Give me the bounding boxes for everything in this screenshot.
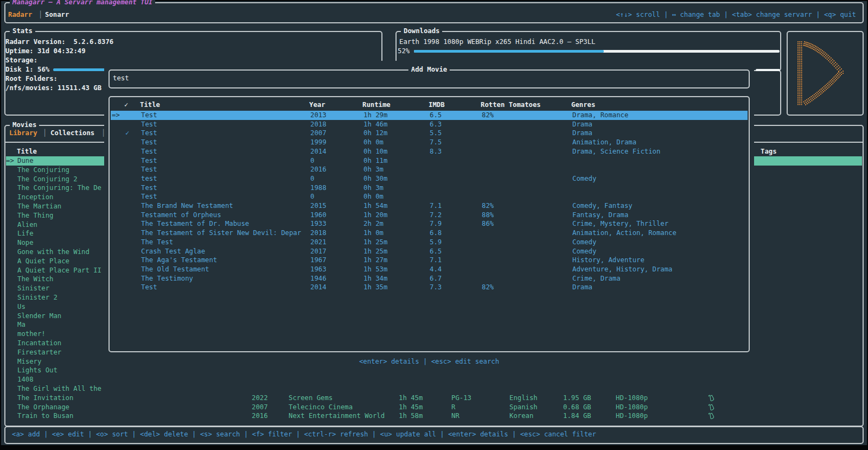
movie-certification: PG-13 xyxy=(451,394,471,403)
result-genres: Comedy, Fantasy xyxy=(572,201,633,211)
result-imdb: 5.9 xyxy=(430,238,442,247)
result-genres: Comedy xyxy=(572,238,596,247)
add-movie-result-row[interactable]: Testament of Orpheus19601h 20m7.288%Fant… xyxy=(111,211,748,220)
add-movie-result-row[interactable]: The Testament of Sister New Devil: Depar… xyxy=(111,229,748,238)
result-genres: Drama xyxy=(572,120,592,129)
result-year: 2014 xyxy=(310,283,327,292)
col-title: Title xyxy=(140,100,160,110)
tag-icon xyxy=(707,394,715,402)
keybindings: <a> add | <e> edit | <o> sort | <del> de… xyxy=(12,430,596,439)
result-title: test xyxy=(141,174,157,183)
result-runtime: 0h 12m xyxy=(363,129,387,138)
download-gauge-track-2 xyxy=(756,69,780,71)
add-movie-result-row[interactable]: Test00h 11m xyxy=(111,156,748,166)
result-year: 2021 xyxy=(310,238,327,247)
movie-title: Misery xyxy=(17,357,41,366)
movie-language: Korean xyxy=(509,411,533,421)
download-item: Earth 1998 1080p WEBRip x265 Hindi AAC2.… xyxy=(399,37,595,47)
movie-title: The Martian xyxy=(17,202,61,211)
selection-marker: => xyxy=(6,156,14,166)
tab-sonarr[interactable]: Sonarr xyxy=(45,10,69,20)
top-bar: Managarr – A Servarr management TUI Rada… xyxy=(4,2,864,23)
result-title: Testament of Orpheus xyxy=(141,211,221,220)
add-movie-result-row[interactable]: The Aga's Testament19671h 27m7.1History,… xyxy=(111,256,748,265)
movie-row[interactable]: Train to Busan2016Next Entertainment Wor… xyxy=(6,411,862,421)
movie-title: Firestarter xyxy=(17,348,61,357)
movie-title: Lights Out xyxy=(17,366,58,375)
result-genres: Drama xyxy=(572,129,592,138)
movie-title: Nope xyxy=(17,238,34,248)
result-genres: Crime, Mystery, Thriller xyxy=(572,219,668,229)
result-year: 0 xyxy=(310,174,314,183)
col-year: Year xyxy=(309,100,326,110)
result-title: Test xyxy=(141,138,157,147)
movie-size: 1.84 GB xyxy=(563,411,591,421)
result-imdb: 7.5 xyxy=(430,138,442,147)
add-movie-result-row[interactable]: The Old Testament19631h 53m4.4Adventure,… xyxy=(111,265,748,274)
movie-title: A Quiet Place xyxy=(17,257,69,266)
movie-title: The Girl with All the xyxy=(17,384,101,394)
result-runtime: 1h 0m xyxy=(363,229,384,238)
movie-row[interactable]: The Invitation2022Screen Gems1h 45mPG-13… xyxy=(6,394,862,403)
add-movie-result-row[interactable]: The Testament of Dr. Mabuse19332h 2m7.98… xyxy=(111,219,748,229)
result-runtime: 1h 34m xyxy=(363,274,387,283)
movie-year: 2016 xyxy=(252,411,268,421)
download-gauge-fill xyxy=(414,50,604,53)
tab-library[interactable]: Library xyxy=(9,129,37,138)
disk-usage-gauge xyxy=(53,68,111,71)
movie-title: The Conjuring: The De xyxy=(17,183,101,193)
result-imdb: 7.2 xyxy=(430,211,442,220)
tab-radarr[interactable]: Radarr xyxy=(8,10,32,20)
movie-certification: R xyxy=(451,403,455,412)
result-runtime: 1h 54m xyxy=(363,201,387,211)
add-movie-search-box[interactable]: Add Movie test xyxy=(108,69,750,88)
add-movie-result-row[interactable]: =>Test20131h 29m6.582%Drama, Romance xyxy=(111,111,748,120)
add-movie-result-row[interactable]: The Testimony19461h 34m6.7Crime, Drama xyxy=(111,274,748,283)
add-movie-search-input[interactable]: test xyxy=(113,74,129,83)
movie-title: Ma xyxy=(17,320,25,329)
result-year: 2018 xyxy=(310,120,327,129)
add-movie-result-row[interactable]: Test19990h 0m7.5Animation, Drama xyxy=(111,138,748,147)
managarr-logo-icon xyxy=(797,40,846,107)
movies-col-tags: Tags xyxy=(761,147,777,156)
add-movie-result-row[interactable]: Test20140h 10m8.3Drama, Science Fiction xyxy=(111,147,748,156)
add-movie-help: <enter> details | <esc> edit search xyxy=(104,357,754,366)
add-movie-result-row[interactable]: The Brand New Testament20151h 54m7.182%C… xyxy=(111,201,748,211)
movie-title: mother! xyxy=(17,329,46,339)
add-movie-result-row[interactable]: ✓Test20070h 12m5.5Drama xyxy=(111,129,748,138)
add-movie-result-row[interactable]: Test20181h 46m6.3Drama xyxy=(111,120,748,129)
result-year: 1967 xyxy=(310,256,327,265)
add-movie-result-row[interactable]: The Test20211h 25m5.9Comedy xyxy=(111,238,748,247)
result-genres: Drama xyxy=(572,283,592,292)
add-movie-result-row[interactable]: Test00h 0m xyxy=(111,192,748,201)
result-year: 2015 xyxy=(310,201,327,211)
add-movie-result-row[interactable]: Test19880h 3m xyxy=(111,183,748,193)
result-runtime: 1h 20m xyxy=(363,211,387,220)
result-runtime: 1h 35m xyxy=(363,283,387,292)
result-runtime: 0h 3m xyxy=(363,165,384,174)
result-title: The Old Testament xyxy=(141,265,209,274)
result-genres: Fantasy, Drama xyxy=(572,211,628,220)
movie-title: The Orphanage xyxy=(17,403,69,412)
logo-panel xyxy=(787,31,864,116)
tag-icon xyxy=(707,412,715,420)
result-title: The Testimony xyxy=(141,274,193,283)
add-movie-result-row[interactable]: test00h 30mComedy xyxy=(111,174,748,183)
checked-icon: ✓ xyxy=(125,129,129,138)
download-percent: 52% xyxy=(398,47,410,56)
movie-title: Incantation xyxy=(17,339,61,348)
movie-title: The Conjuring xyxy=(17,166,69,175)
tab-collections[interactable]: Collections xyxy=(50,129,94,138)
movie-title: The Witch xyxy=(17,275,53,284)
global-help: <↑↓> scroll | ↔ change tab | <tab> chang… xyxy=(616,10,856,20)
movie-row[interactable]: The Orphanage2007Telecinco Cinema1h 45mR… xyxy=(6,403,862,412)
result-genres: Drama, Romance xyxy=(572,111,628,120)
add-movie-result-row[interactable]: Test20141h 35m7.382%Drama xyxy=(111,283,748,292)
result-runtime: 1h 46m xyxy=(363,120,387,129)
movie-title: Sinister xyxy=(17,284,49,293)
add-movie-result-row[interactable]: Test20160h 3m xyxy=(111,165,748,174)
result-title: The Testament of Sister New Devil: Depar xyxy=(141,229,301,238)
result-title: Test xyxy=(141,147,157,156)
movie-title: The Conjuring 2 xyxy=(17,175,78,184)
add-movie-result-row[interactable]: Crash Test Aglae20171h 25m6.5Comedy xyxy=(111,247,748,256)
